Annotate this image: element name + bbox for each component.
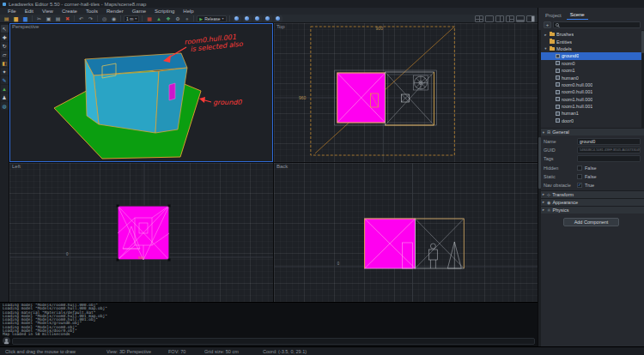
terrain-tool[interactable]: ▲ — [1, 85, 9, 93]
section-appearance[interactable]: ▸◉Appearance — [538, 198, 644, 206]
tree-item-models[interactable]: ▾Models — [538, 45, 644, 52]
menu-game[interactable]: Game — [128, 9, 150, 14]
menu-edit[interactable]: Edit — [21, 9, 38, 14]
general-properties: Nameground0GUID54840BC4-5081-43EF-B505-A… — [538, 135, 644, 190]
viewport-left[interactable]: Left — [9, 163, 273, 302]
tree-item-ground0[interactable]: ground0 — [538, 52, 644, 59]
checkbox-value-label: True — [585, 183, 594, 188]
section-physics[interactable]: ▸⚛Physics — [538, 206, 644, 214]
material-sphere-button-5[interactable] — [274, 15, 283, 22]
tree-item-human0[interactable]: human0 — [538, 74, 644, 81]
terrain-icon[interactable]: ▲ — [155, 15, 162, 22]
section-general[interactable]: ▾ ⊞ General — [538, 128, 644, 135]
layout-quad-button[interactable] — [475, 15, 483, 22]
sphere-tool[interactable]: ◍ — [1, 102, 9, 110]
console-panel: Loading model "Models/room0.hull.000.obj… — [0, 302, 538, 346]
menu-file[interactable]: File — [3, 9, 21, 14]
material-sphere-button-1[interactable] — [233, 15, 241, 22]
layout-single-button[interactable] — [485, 15, 494, 22]
tree-item-room1.hull.001[interactable]: room1.hull.001 — [538, 103, 644, 110]
layout-right-panel-button[interactable] — [526, 15, 535, 22]
menu-help[interactable]: Help — [179, 9, 197, 14]
face-tool[interactable]: ◧ — [1, 59, 9, 67]
zoom-out-icon[interactable]: ◎ — [100, 15, 108, 22]
tree-item-room1.hull.000[interactable]: room1.hull.000 — [538, 96, 644, 103]
pen-tool[interactable]: ✎ — [1, 76, 9, 84]
tree-item-door0[interactable]: door0 — [538, 117, 644, 124]
tree-item-room1[interactable]: room1 — [538, 67, 644, 74]
property-input-tags[interactable] — [577, 155, 641, 162]
material-sphere-button-3[interactable] — [253, 15, 262, 22]
add-component-button[interactable]: Add Component — [563, 218, 620, 226]
material-sphere-button-4[interactable] — [264, 15, 272, 22]
run-config-dropdown[interactable]: ▶Release▾ — [197, 15, 226, 22]
rotate-tool[interactable]: ↻ — [1, 42, 9, 50]
door-shape[interactable] — [169, 83, 175, 100]
room1-wireframe-top[interactable] — [386, 72, 434, 125]
checkbox-checked[interactable]: ✓ — [577, 183, 582, 188]
tree-item-human1[interactable]: human1 — [538, 110, 644, 117]
tab-project[interactable]: Project — [542, 12, 565, 20]
menu-create[interactable]: Create — [58, 9, 82, 14]
room-model[interactable] — [85, 53, 187, 133]
new-file-icon[interactable]: ▤ — [3, 15, 10, 22]
layout-two-columns-button[interactable] — [495, 15, 504, 22]
move-tool[interactable]: ✚ — [1, 33, 9, 41]
layout-three-pane-button[interactable] — [506, 15, 514, 22]
menu-view[interactable]: View — [38, 9, 58, 14]
expand-arrow-icon[interactable]: ▾ — [544, 46, 548, 51]
csg-tool-icon[interactable]: ▦ — [145, 15, 153, 22]
vertex-tool[interactable]: ✦ — [1, 68, 9, 75]
section-title: Physics — [552, 208, 568, 213]
property-input-name[interactable]: ground0 — [577, 138, 641, 145]
room1-wireframe-back[interactable] — [415, 219, 464, 268]
window-title: Leadwerks Editor 5.50 - corner-hall-tile… — [9, 2, 146, 7]
menu-tools[interactable]: Tools — [82, 9, 102, 14]
open-folder-icon[interactable]: ▆ — [12, 15, 20, 22]
folder-icon — [550, 33, 555, 37]
tree-item-room0.hull.000[interactable]: room0.hull.000 — [538, 81, 644, 88]
room-hull-left[interactable] — [117, 205, 171, 262]
scale-tool[interactable]: ▱ — [1, 51, 9, 58]
viewport-perspective[interactable]: Perspective — [9, 23, 273, 162]
checkbox-unchecked[interactable] — [577, 165, 582, 171]
tree-item-brushes[interactable]: ▸Brushes — [538, 31, 644, 38]
status-bar: Click and drag the mouse to drawView: 3D… — [0, 346, 644, 355]
vegetation-icon[interactable]: ❖ — [164, 15, 172, 22]
menu-scripting[interactable]: Scripting — [150, 9, 179, 14]
tree-item-room0[interactable]: room0 — [538, 60, 644, 67]
paste-icon[interactable]: ▤ — [54, 15, 62, 22]
room0-selected-back[interactable] — [365, 219, 416, 268]
save-icon[interactable]: ▆ — [21, 15, 29, 22]
checkbox-unchecked[interactable] — [577, 174, 582, 179]
layout-bottom-panel-button[interactable] — [516, 15, 525, 22]
viewport-top[interactable]: Top 900 960 — [274, 23, 538, 162]
copy-icon[interactable]: ▣ — [45, 15, 52, 22]
toolbar-separator — [120, 15, 121, 21]
section-transform[interactable]: ▸⊹Transform — [538, 190, 644, 198]
character-tool[interactable]: ♟ — [1, 93, 9, 101]
tab-scene[interactable]: Scene — [567, 11, 588, 20]
delete-icon[interactable]: ✖ — [64, 15, 71, 22]
status-item-1: Click and drag the mouse to draw — [5, 349, 106, 354]
undo-icon[interactable]: ↶ — [77, 15, 85, 22]
viewport-back[interactable]: Back — [274, 163, 538, 302]
zoom-in-icon[interactable]: ◉ — [110, 15, 118, 22]
material-sphere-button-2[interactable] — [243, 15, 252, 22]
grid-size-dropdown[interactable]: 1 m▾ — [124, 15, 139, 22]
environment-sphere-icon[interactable]: ● — [183, 15, 191, 22]
select-tool[interactable]: ↖ — [1, 25, 9, 33]
menu-render[interactable]: Render — [102, 9, 128, 14]
tree-item-room0.hull.001[interactable]: room0.hull.001 — [538, 88, 644, 95]
user-avatar-icon[interactable] — [3, 337, 10, 345]
search-input[interactable] — [553, 21, 641, 28]
panel-scrollbar[interactable] — [538, 30, 541, 346]
expand-arrow-icon[interactable]: ▸ — [544, 33, 548, 37]
tree-item-entities[interactable]: Entities — [538, 38, 644, 45]
redo-icon[interactable]: ↷ — [87, 15, 94, 22]
cut-icon[interactable]: ✂ — [35, 15, 43, 22]
settings-gear-icon[interactable]: ⚙ — [173, 15, 181, 22]
add-item-button[interactable]: + — [544, 21, 551, 28]
console-input[interactable] — [12, 338, 535, 345]
room0-selected-top[interactable] — [337, 73, 386, 123]
